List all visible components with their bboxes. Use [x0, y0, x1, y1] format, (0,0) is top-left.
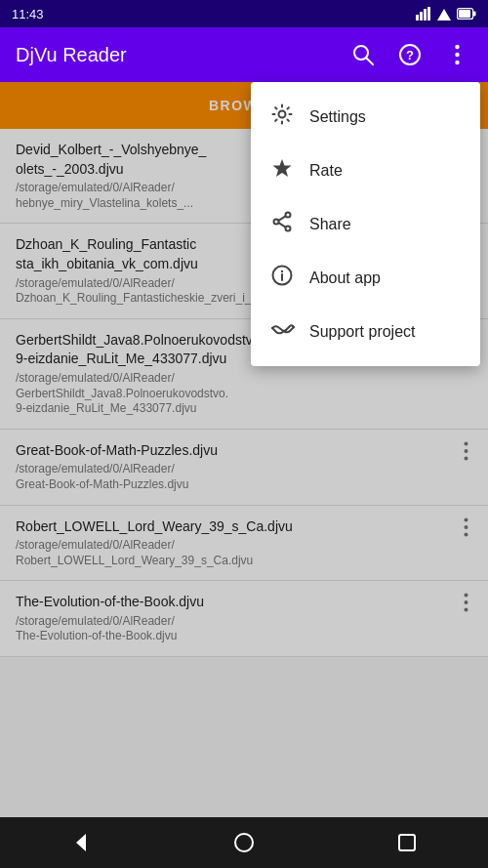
- signal-icon: [416, 7, 431, 21]
- info-icon: [270, 265, 294, 291]
- svg-point-13: [455, 53, 459, 57]
- svg-point-29: [286, 213, 291, 218]
- svg-rect-3: [427, 7, 430, 21]
- svg-rect-1: [420, 12, 423, 21]
- app-bar: DjVu Reader ?: [0, 27, 488, 82]
- app-bar-icons: ?: [347, 39, 472, 70]
- svg-rect-0: [416, 15, 419, 21]
- svg-marker-37: [76, 834, 86, 851]
- star-icon: [270, 157, 294, 184]
- network-icon: [437, 7, 451, 21]
- search-button[interactable]: [347, 39, 379, 70]
- svg-rect-6: [473, 12, 476, 17]
- svg-point-30: [286, 227, 291, 231]
- about-label: About app: [309, 269, 381, 287]
- svg-point-36: [281, 270, 283, 272]
- svg-text:?: ?: [406, 48, 414, 62]
- svg-point-38: [235, 834, 253, 851]
- svg-point-12: [455, 45, 459, 49]
- support-label: Support project: [309, 323, 416, 341]
- svg-rect-7: [459, 10, 470, 18]
- svg-rect-39: [399, 835, 415, 850]
- settings-label: Settings: [309, 108, 366, 126]
- dropdown-menu: Settings Rate Share: [251, 82, 480, 366]
- svg-marker-4: [437, 9, 451, 21]
- status-bar: 11:43: [0, 0, 488, 27]
- status-icons: [416, 7, 476, 21]
- svg-line-33: [279, 223, 286, 227]
- share-label: Share: [309, 216, 351, 233]
- app-title: DjVu Reader: [16, 44, 347, 66]
- status-time: 11:43: [12, 7, 44, 21]
- gear-icon: [270, 103, 294, 130]
- handshake-icon: [270, 318, 294, 345]
- svg-line-32: [279, 216, 286, 221]
- svg-marker-28: [273, 159, 292, 177]
- battery-icon: [457, 8, 476, 20]
- nav-bar: [0, 817, 488, 868]
- overflow-menu-button[interactable]: [441, 39, 472, 70]
- menu-item-about[interactable]: About app: [251, 251, 480, 305]
- svg-point-31: [274, 220, 279, 225]
- svg-point-27: [279, 111, 286, 118]
- menu-item-support[interactable]: Support project: [251, 305, 480, 358]
- help-button[interactable]: ?: [394, 39, 426, 70]
- recents-button[interactable]: [383, 823, 431, 862]
- share-icon: [270, 211, 294, 237]
- rate-label: Rate: [309, 162, 343, 180]
- svg-line-9: [367, 59, 374, 65]
- menu-item-rate[interactable]: Rate: [251, 144, 480, 197]
- home-button[interactable]: [220, 823, 268, 862]
- svg-point-14: [455, 61, 459, 64]
- menu-item-settings[interactable]: Settings: [251, 90, 480, 144]
- svg-rect-2: [424, 9, 427, 21]
- menu-item-share[interactable]: Share: [251, 197, 480, 251]
- back-button[interactable]: [57, 823, 105, 862]
